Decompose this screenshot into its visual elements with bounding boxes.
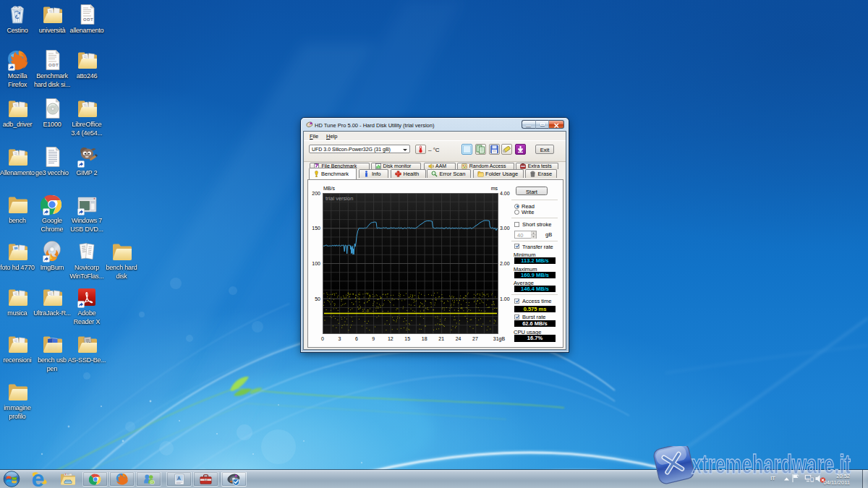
svg-text:xtremehardware.it: xtremehardware.it [692, 450, 851, 479]
svg-text:trial version: trial version [326, 195, 353, 202]
svg-text:A: A [176, 474, 180, 481]
